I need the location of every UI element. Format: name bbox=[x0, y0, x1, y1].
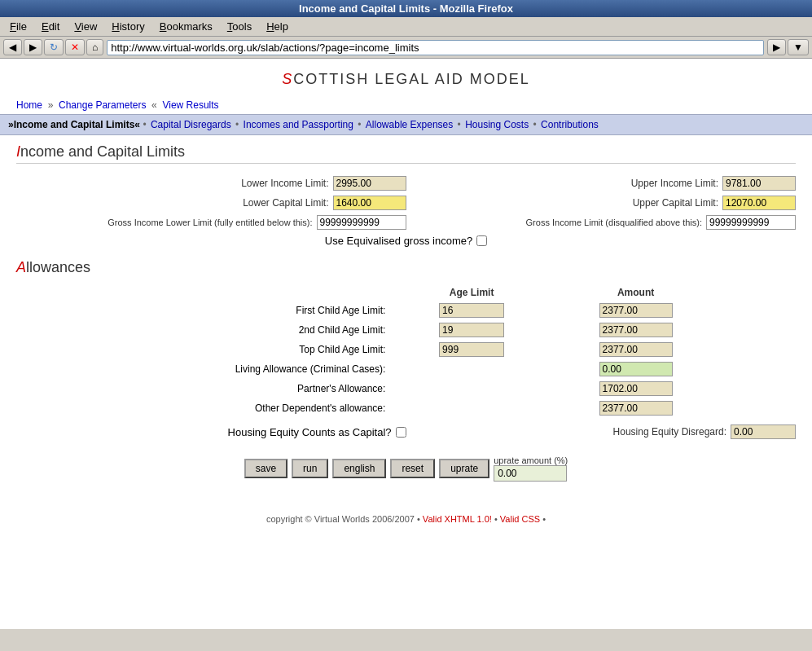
living-allowance-label: Living Allowance (Criminal Cases): bbox=[94, 359, 390, 379]
other-dependents-input[interactable] bbox=[599, 401, 673, 416]
top-child-amount-input[interactable] bbox=[599, 342, 673, 357]
col-amount-header: Amount bbox=[554, 284, 718, 301]
nav-allowable[interactable]: Allowable Expenses bbox=[366, 119, 453, 130]
title-bar: Income and Capital Limits - Mozilla Fire… bbox=[0, 0, 812, 17]
upper-income-input[interactable] bbox=[722, 176, 796, 191]
menu-file[interactable]: File bbox=[3, 19, 33, 34]
upper-capital-input[interactable] bbox=[722, 196, 796, 210]
partners-allowance-label: Partner's Allowance: bbox=[94, 379, 390, 398]
uprate-amount-input[interactable] bbox=[494, 465, 567, 482]
table-row: 2nd Child Age Limit: bbox=[94, 320, 718, 340]
breadcrumb-view[interactable]: View Results bbox=[162, 99, 218, 111]
table-row: Living Allowance (Criminal Cases): bbox=[94, 359, 718, 379]
nav-capital[interactable]: Capital Disregards bbox=[151, 119, 231, 130]
url-bar bbox=[107, 40, 764, 55]
lower-income-label: Lower Income Limit: bbox=[241, 178, 332, 189]
breadcrumb-home[interactable]: Home bbox=[16, 99, 42, 111]
more-button[interactable]: ▼ bbox=[788, 39, 809, 55]
gross-income-row: Gross Income Lower Limit (fully entitled… bbox=[16, 215, 796, 230]
lower-capital-input[interactable] bbox=[333, 196, 406, 210]
lower-income-input[interactable] bbox=[333, 176, 406, 191]
table-row: Other Dependent's allowance: bbox=[94, 398, 718, 418]
gross-disqualified-input[interactable] bbox=[706, 215, 796, 230]
top-child-label: Top Child Age Limit: bbox=[94, 340, 390, 359]
top-child-age-input[interactable] bbox=[439, 342, 504, 357]
nav-housing[interactable]: Housing Costs bbox=[465, 119, 529, 130]
capital-limits-row: Lower Capital Limit: Upper Capital Limit… bbox=[16, 196, 796, 210]
table-row: Top Child Age Limit: bbox=[94, 340, 718, 359]
housing-equity-row: Housing Equity Counts as Capital? Housin… bbox=[16, 424, 796, 439]
income-section-title: Income and Capital Limits bbox=[16, 143, 796, 164]
uprate-button[interactable]: uprate bbox=[439, 459, 489, 478]
breadcrumb: Home » Change Parameters « View Results bbox=[0, 96, 812, 114]
other-dependents-label: Other Dependent's allowance: bbox=[94, 398, 390, 418]
menu-tools[interactable]: Tools bbox=[221, 19, 258, 34]
footer: copyright © Virtual Worlds 2006/2007 • V… bbox=[0, 498, 812, 540]
reset-button[interactable]: reset bbox=[390, 459, 435, 478]
partners-allowance-input[interactable] bbox=[599, 381, 673, 396]
second-child-label: 2nd Child Age Limit: bbox=[94, 320, 390, 340]
buttons-row: save run english reset uprate uprate amo… bbox=[16, 455, 796, 482]
footer-text: copyright © Virtual Worlds 2006/2007 • bbox=[266, 514, 423, 524]
table-row: Partner's Allowance: bbox=[94, 379, 718, 398]
refresh-button[interactable]: ↻ bbox=[44, 39, 64, 55]
browser-content: SCOTTISH LEGAL AID MODEL Home » Change P… bbox=[0, 59, 812, 629]
first-child-amount-input[interactable] bbox=[599, 303, 673, 318]
nav-contributions[interactable]: Contributions bbox=[541, 119, 599, 130]
page-header: SCOTTISH LEGAL AID MODEL bbox=[0, 59, 812, 96]
title-s: S bbox=[282, 71, 293, 87]
menu-history[interactable]: History bbox=[105, 19, 151, 34]
allowances-table: Age Limit Amount First Child Age Limit: … bbox=[94, 284, 718, 418]
equivalised-label: Use Equivalised gross income? bbox=[325, 235, 472, 247]
housing-equity-checkbox[interactable] bbox=[396, 427, 406, 438]
breadcrumb-change[interactable]: Change Parameters bbox=[59, 99, 146, 111]
gross-disqualified-label: Gross Income Limit (disqualified above t… bbox=[526, 218, 706, 227]
gross-lower-label: Gross Income Lower Limit (fully entitled… bbox=[108, 218, 316, 227]
english-button[interactable]: english bbox=[332, 459, 386, 478]
menu-view[interactable]: View bbox=[68, 19, 103, 34]
col-age-limit-header: Age Limit bbox=[389, 284, 553, 301]
living-allowance-input[interactable] bbox=[599, 362, 673, 376]
content: Income and Capital Limits Lower Income L… bbox=[0, 135, 812, 498]
equivalised-checkbox[interactable] bbox=[476, 235, 487, 246]
menu-bookmarks[interactable]: Bookmarks bbox=[153, 19, 219, 34]
menu-help[interactable]: Help bbox=[260, 19, 295, 34]
table-row: First Child Age Limit: bbox=[94, 301, 718, 320]
income-limits-row: Lower Income Limit: Upper Income Limit: bbox=[16, 176, 796, 191]
nav-incomes[interactable]: Incomes and Passporting bbox=[244, 119, 353, 130]
second-child-age-input[interactable] bbox=[439, 323, 504, 337]
nav-income[interactable]: »Income and Capital Limits« bbox=[8, 119, 140, 130]
first-child-label: First Child Age Limit: bbox=[94, 301, 390, 320]
back-button[interactable]: ◀ bbox=[3, 39, 22, 55]
toolbar: ◀ ▶ ↻ ✕ ⌂ ▶ ▼ bbox=[0, 37, 812, 59]
housing-equity-disregard-input[interactable] bbox=[731, 424, 796, 439]
footer-separator: • bbox=[494, 514, 500, 524]
col-header-empty bbox=[94, 284, 390, 301]
lower-capital-label: Lower Capital Limit: bbox=[243, 197, 332, 209]
upper-capital-label: Upper Capital Limit: bbox=[633, 197, 722, 209]
menu-bar: File Edit View History Bookmarks Tools H… bbox=[0, 17, 812, 37]
uprate-amount-label: uprate amount (%) bbox=[494, 455, 568, 465]
forward-button[interactable]: ▶ bbox=[24, 39, 42, 55]
window-title: Income and Capital Limits - Mozilla Fire… bbox=[299, 2, 513, 15]
housing-equity-disregard-label: Housing Equity Disregard: bbox=[613, 426, 731, 438]
allowances-title: Allowances bbox=[16, 259, 796, 276]
footer-xhtml-link[interactable]: Valid XHTML 1.0! bbox=[423, 514, 492, 524]
stop-button[interactable]: ✕ bbox=[65, 39, 85, 55]
housing-equity-label: Housing Equity Counts as Capital? bbox=[228, 426, 392, 438]
first-child-age-input[interactable] bbox=[439, 303, 504, 318]
title-rest: COTTISH LEGAL AID MODEL bbox=[293, 71, 529, 87]
equivalised-row: Use Equivalised gross income? bbox=[16, 235, 796, 247]
menu-edit[interactable]: Edit bbox=[35, 19, 66, 34]
gross-lower-input[interactable] bbox=[317, 215, 406, 230]
url-input[interactable] bbox=[111, 42, 760, 54]
run-button[interactable]: run bbox=[292, 459, 328, 478]
go-button[interactable]: ▶ bbox=[767, 39, 786, 55]
home-button[interactable]: ⌂ bbox=[86, 39, 103, 55]
save-button[interactable]: save bbox=[244, 459, 287, 478]
footer-css-link[interactable]: Valid CSS bbox=[500, 514, 540, 524]
upper-income-label: Upper Income Limit: bbox=[631, 178, 722, 189]
second-child-amount-input[interactable] bbox=[599, 323, 673, 337]
nav-bar: »Income and Capital Limits« • Capital Di… bbox=[0, 114, 812, 135]
